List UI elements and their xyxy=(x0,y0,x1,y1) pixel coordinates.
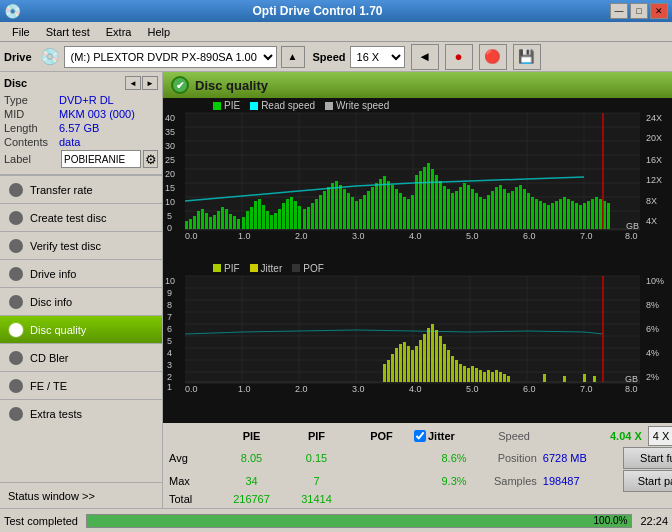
svg-rect-101 xyxy=(463,183,466,229)
label-input[interactable] xyxy=(61,150,141,168)
total-pif: 31414 xyxy=(284,493,349,505)
svg-rect-77 xyxy=(367,191,370,229)
action-button2[interactable]: 💾 xyxy=(513,44,541,70)
sidebar-item-fe-te[interactable]: FE / TE xyxy=(0,371,162,399)
speed-select[interactable]: 16 X xyxy=(350,46,405,68)
minimize-button[interactable]: — xyxy=(610,3,628,19)
svg-rect-131 xyxy=(583,203,586,229)
svg-rect-60 xyxy=(298,206,301,229)
svg-rect-79 xyxy=(375,183,378,229)
svg-rect-217 xyxy=(593,376,596,382)
menu-start-test[interactable]: Start test xyxy=(38,24,98,40)
svg-rect-54 xyxy=(274,213,277,229)
svg-rect-137 xyxy=(607,203,610,229)
svg-rect-199 xyxy=(451,356,454,382)
menu-file[interactable]: File xyxy=(4,24,38,40)
svg-rect-112 xyxy=(507,193,510,229)
stats-header-row: PIE PIF POF Jitter Speed 4.04 X 4 X xyxy=(169,426,672,446)
jitter-checkbox-area: Jitter xyxy=(414,430,494,442)
close-button[interactable]: ✕ xyxy=(650,3,668,19)
svg-text:25: 25 xyxy=(165,155,175,165)
svg-text:5.0: 5.0 xyxy=(466,384,479,394)
svg-text:12X: 12X xyxy=(646,175,662,185)
svg-rect-100 xyxy=(459,187,462,229)
pif-chart-area: PIF Jitter POF 10 9 8 xyxy=(163,261,672,424)
svg-text:6.0: 6.0 xyxy=(523,384,536,394)
svg-rect-201 xyxy=(459,364,462,382)
jitter-legend-color xyxy=(250,264,258,272)
maximize-button[interactable]: □ xyxy=(630,3,648,19)
svg-rect-32 xyxy=(185,221,188,229)
mid-label: MID xyxy=(4,108,59,120)
disc-next-button[interactable]: ► xyxy=(142,76,158,90)
samples-value: 198487 xyxy=(543,475,623,487)
svg-text:9: 9 xyxy=(167,288,172,298)
status-window-label: Status window >> xyxy=(0,490,103,502)
sidebar-item-disc-quality[interactable]: Disc quality xyxy=(0,315,162,343)
disc-prev-button[interactable]: ◄ xyxy=(125,76,141,90)
svg-rect-39 xyxy=(213,215,216,229)
avg-pif: 0.15 xyxy=(284,452,349,464)
start-full-button[interactable]: Start full xyxy=(623,447,672,469)
svg-rect-86 xyxy=(403,197,406,229)
sidebar-item-transfer-rate[interactable]: Transfer rate xyxy=(0,175,162,203)
svg-rect-98 xyxy=(451,193,454,229)
action-button1[interactable]: 🔴 xyxy=(479,44,507,70)
status-window-button[interactable]: Status window >> xyxy=(0,482,162,508)
next-speed-button[interactable]: ● xyxy=(445,44,473,70)
stats-avg-row: Avg 8.05 0.15 8.6% Position 6728 MB Star… xyxy=(169,447,672,469)
eject-button[interactable]: ▲ xyxy=(281,46,305,68)
menu-bar: File Start test Extra Help xyxy=(0,22,672,42)
svg-text:4%: 4% xyxy=(646,348,659,358)
sidebar-item-verify-test-disc[interactable]: Verify test disc xyxy=(0,231,162,259)
svg-rect-193 xyxy=(427,328,430,382)
progress-bar-fill xyxy=(87,515,631,527)
menu-help[interactable]: Help xyxy=(139,24,178,40)
drive-select[interactable]: (M:) PLEXTOR DVDR PX-890SA 1.00 xyxy=(64,46,277,68)
svg-rect-93 xyxy=(431,169,434,229)
pif-legend-label: PIF xyxy=(224,263,240,274)
svg-text:6%: 6% xyxy=(646,324,659,334)
svg-rect-202 xyxy=(463,366,466,382)
svg-rect-194 xyxy=(431,324,434,382)
menu-extra[interactable]: Extra xyxy=(98,24,140,40)
svg-text:6.0: 6.0 xyxy=(523,231,536,241)
length-label: Length xyxy=(4,122,59,134)
sidebar-item-disc-info[interactable]: Disc info xyxy=(0,287,162,315)
label-action-button[interactable]: ⚙ xyxy=(143,150,158,168)
prev-speed-button[interactable]: ◄ xyxy=(411,44,439,70)
start-part-button[interactable]: Start part xyxy=(623,470,672,492)
svg-rect-111 xyxy=(503,189,506,229)
svg-rect-209 xyxy=(491,372,494,382)
title-bar: 💿 Opti Drive Control 1.70 — □ ✕ xyxy=(0,0,672,22)
svg-text:8: 8 xyxy=(167,300,172,310)
speed-unit-select[interactable]: 4 X xyxy=(648,426,672,446)
svg-rect-72 xyxy=(347,193,350,229)
pie-chart-area: PIE Read speed Write speed 40 35 xyxy=(163,98,672,261)
svg-text:20X: 20X xyxy=(646,133,662,143)
sidebar-item-extra-tests[interactable]: Extra tests xyxy=(0,399,162,427)
svg-rect-96 xyxy=(443,186,446,229)
jitter-checkbox[interactable] xyxy=(414,430,426,442)
svg-rect-195 xyxy=(435,330,438,382)
svg-rect-71 xyxy=(343,189,346,229)
sidebar-label-cd-bler: CD Bler xyxy=(30,352,69,364)
svg-rect-214 xyxy=(543,374,546,382)
total-pie: 216767 xyxy=(219,493,284,505)
svg-rect-208 xyxy=(487,370,490,382)
sidebar-item-cd-bler[interactable]: CD Bler xyxy=(0,343,162,371)
sidebar-item-drive-info[interactable]: Drive info xyxy=(0,259,162,287)
svg-rect-186 xyxy=(399,344,402,382)
svg-rect-91 xyxy=(423,167,426,229)
svg-rect-50 xyxy=(258,199,261,229)
svg-rect-73 xyxy=(351,197,354,229)
sidebar-label-fe-te: FE / TE xyxy=(30,380,67,392)
svg-rect-52 xyxy=(266,211,269,229)
svg-rect-211 xyxy=(499,372,502,382)
svg-rect-67 xyxy=(327,187,330,229)
read-speed-legend-label: Read speed xyxy=(261,100,315,111)
svg-rect-116 xyxy=(523,189,526,229)
svg-text:7.0: 7.0 xyxy=(580,231,593,241)
sidebar-item-create-test-disc[interactable]: Create test disc xyxy=(0,203,162,231)
write-speed-legend-label: Write speed xyxy=(336,100,389,111)
